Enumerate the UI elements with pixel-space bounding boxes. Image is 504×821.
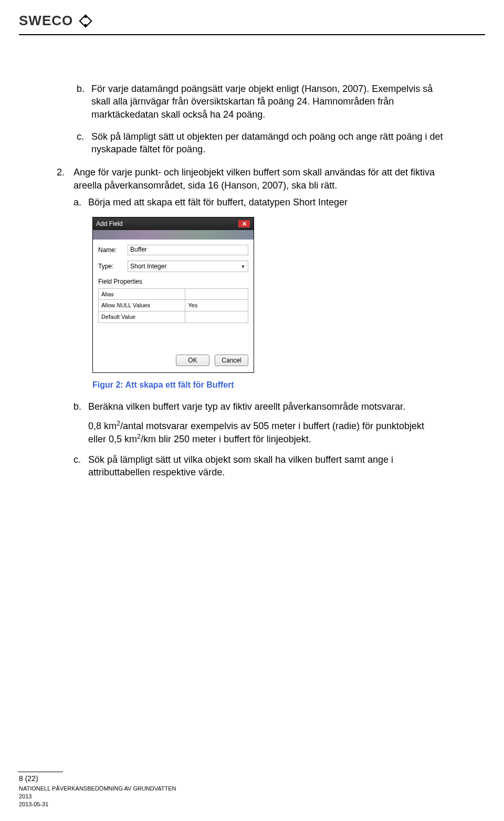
chevron-down-icon: ▼ bbox=[240, 263, 246, 271]
figure-caption: Figur 2: Att skapa ett fält för Buffert bbox=[92, 379, 446, 391]
type-label: Type: bbox=[98, 262, 128, 271]
type-value: Short Integer bbox=[130, 262, 166, 271]
svg-point-0 bbox=[85, 16, 87, 18]
footer-line: NATIONELL PÅVERKANSBEDÖMNING AV GRUNDVAT… bbox=[19, 785, 485, 793]
prop-val[interactable] bbox=[185, 288, 248, 300]
document-body: b. För varje datamängd poängsätt varje o… bbox=[0, 35, 504, 505]
list-marker: b. bbox=[77, 82, 88, 121]
table-row: Allow NULL ValuesYes bbox=[99, 300, 248, 311]
step-2a-text: Börja med att skapa ett fält för buffert… bbox=[88, 196, 446, 209]
list-marker: c. bbox=[77, 130, 88, 156]
prop-val[interactable]: Yes bbox=[185, 300, 248, 311]
name-input[interactable]: Buffer bbox=[128, 245, 248, 255]
type-select[interactable]: Short Integer ▼ bbox=[128, 261, 248, 272]
list-marker: a. bbox=[74, 196, 85, 209]
list-marker: 2. bbox=[57, 166, 70, 192]
list-item-c: Sök på lämpligt sätt ut objekten per dat… bbox=[91, 130, 446, 156]
page-number: 8 (22) bbox=[19, 774, 485, 783]
prop-val[interactable] bbox=[185, 311, 248, 323]
prop-key: Allow NULL Values bbox=[99, 300, 185, 311]
name-label: Name: bbox=[98, 246, 128, 254]
field-properties-table: Alias Allow NULL ValuesYes Default Value bbox=[98, 288, 248, 324]
step-2c-text: Sök på lämpligt sätt ut vilka objekt som… bbox=[88, 453, 446, 479]
add-field-dialog: Add Field ✕ Name: Buffer Type: Short Int… bbox=[92, 217, 254, 373]
step-2-text: Ange för varje punkt- och linjeobjekt vi… bbox=[74, 166, 446, 192]
list-marker: c. bbox=[74, 453, 85, 479]
field-properties-label: Field Properties bbox=[98, 277, 248, 286]
list-marker: b. bbox=[74, 400, 85, 413]
footer-line: 2013 bbox=[19, 793, 485, 801]
cancel-button[interactable]: Cancel bbox=[215, 355, 248, 366]
logo-text: SWECO bbox=[19, 13, 73, 29]
prop-key: Alias bbox=[99, 288, 185, 300]
page-header: SWECO bbox=[0, 13, 504, 29]
step-2b-text: Beräkna vilken buffert varje typ av fikt… bbox=[88, 400, 446, 413]
ok-button[interactable]: OK bbox=[176, 355, 209, 366]
dialog-title: Add Field bbox=[96, 220, 123, 228]
decorative-gradient bbox=[93, 230, 254, 240]
table-row: Default Value bbox=[99, 311, 248, 323]
table-row: Alias bbox=[99, 288, 248, 300]
calc-paragraph: 0,8 km2/antal motsvarar exempelvis av 50… bbox=[88, 419, 446, 446]
svg-point-1 bbox=[85, 24, 87, 26]
list-item-b: För varje datamängd poängsätt varje obje… bbox=[91, 82, 446, 121]
footer-line: 2013-05-31 bbox=[19, 801, 485, 808]
page-footer: 8 (22) NATIONELL PÅVERKANSBEDÖMNING AV G… bbox=[19, 772, 485, 808]
close-icon[interactable]: ✕ bbox=[238, 220, 250, 228]
logo-icon bbox=[78, 14, 93, 28]
prop-key: Default Value bbox=[99, 311, 185, 323]
